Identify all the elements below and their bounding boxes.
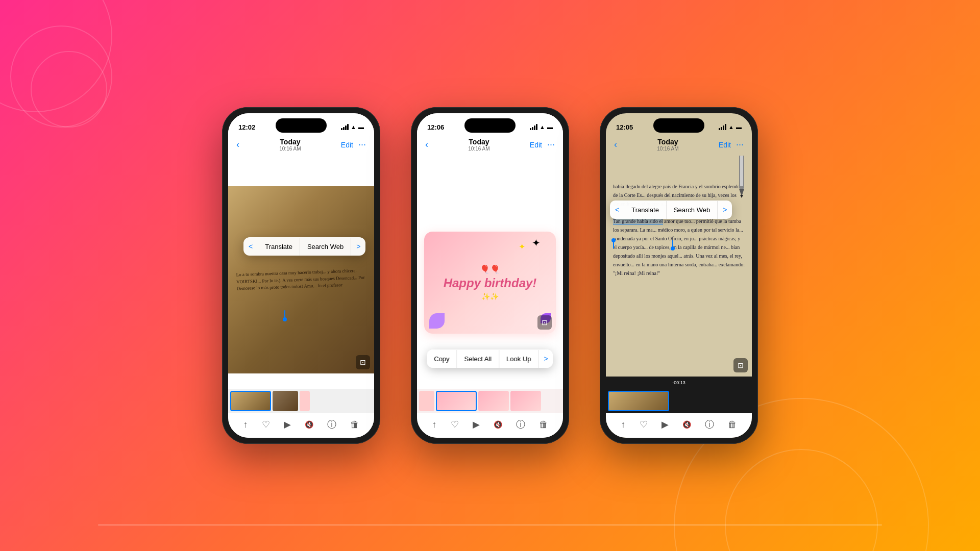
timer-text-3: -00:13 [672, 380, 685, 385]
signal-1 [341, 124, 349, 130]
back-btn-1[interactable]: ‹ [236, 139, 239, 150]
play-btn-3[interactable]: ▶ [662, 419, 669, 430]
translate-btn-1[interactable]: Translate [258, 238, 300, 256]
bar-12 [725, 124, 726, 130]
pen-decoration [729, 156, 752, 199]
content-1: Lo a tu sombra nuestra casa muy hacerlo … [228, 186, 374, 373]
cm2-arrow-right[interactable]: > [539, 349, 553, 368]
context-menu-1: < Translate Search Web > [243, 237, 365, 256]
heart-btn-2[interactable]: ♡ [451, 419, 459, 430]
thumb-4[interactable] [419, 391, 434, 411]
context-menu-3: < Translate Search Web > [610, 201, 732, 219]
copy-btn-2[interactable]: Copy [427, 350, 457, 368]
book-text-selected: Tan grande había sido el [613, 218, 663, 224]
back-btn-3[interactable]: ‹ [614, 139, 617, 150]
signal-2 [530, 124, 537, 130]
thumb-3[interactable] [300, 391, 310, 411]
thumb-2[interactable] [273, 391, 298, 411]
bar-4 [347, 124, 349, 130]
thumb-8[interactable] [608, 391, 669, 411]
back-btn-2[interactable]: ‹ [425, 139, 428, 150]
toolbar-3: ↑ ♡ ▶ 🔇 ⓘ 🗑 [606, 413, 752, 438]
heart-btn-3[interactable]: ♡ [640, 419, 648, 430]
birthday-text-area: 🎈🎈 Happy birthday! ✨✨ [444, 264, 537, 300]
translate-btn-3[interactable]: Translate [624, 201, 667, 219]
book-content-3: < Translate Search Web > había llegado d… [606, 156, 752, 377]
nav-title-2: Today [468, 138, 489, 146]
delete-btn-2[interactable]: 🗑 [539, 419, 548, 430]
bar-11 [723, 126, 724, 130]
thumb-6[interactable] [478, 391, 509, 411]
share-btn-1[interactable]: ↑ [243, 419, 248, 430]
nav-bar-2: ‹ Today 10:16 AM Edit ··· [417, 136, 563, 156]
bar-9 [719, 128, 720, 130]
cm1-arrow-right[interactable]: > [351, 237, 365, 256]
cm3-arrow-left[interactable]: < [610, 201, 624, 219]
birthday-card: ✦ ✦ 🎈🎈 Happy birthday! ✨✨ ⊡ [424, 232, 555, 334]
bar-3 [345, 126, 347, 130]
more-btn-1[interactable]: ··· [358, 139, 366, 150]
circle-2 [10, 26, 112, 128]
svg-marker-3 [740, 195, 743, 198]
bottom-line [98, 524, 882, 525]
thumb-7[interactable] [510, 391, 541, 411]
mute-btn-2[interactable]: 🔇 [494, 420, 502, 429]
play-btn-2[interactable]: ▶ [473, 419, 480, 430]
live-text-btn-3[interactable]: ⊡ [733, 358, 748, 372]
live-text-btn-1[interactable]: ⊡ [356, 355, 370, 369]
sel-start-dot [611, 238, 616, 242]
live-text-btn-2[interactable]: ⊡ [537, 315, 552, 330]
dynamic-island-1 [276, 118, 327, 133]
deco-1 [429, 313, 445, 329]
battery-3: ▬ [736, 124, 742, 130]
search-web-btn-3[interactable]: Search Web [667, 201, 718, 219]
cm1-arrow-left[interactable]: < [243, 237, 258, 256]
share-btn-2[interactable]: ↑ [432, 419, 437, 430]
bar-2 [343, 127, 345, 130]
sel-end-dot [671, 246, 675, 251]
info-btn-3[interactable]: ⓘ [705, 418, 714, 431]
balloons: 🎈🎈 [444, 264, 537, 274]
select-all-btn-2[interactable]: Select All [457, 350, 499, 368]
mute-btn-3[interactable]: 🔇 [682, 420, 691, 429]
info-btn-1[interactable]: ⓘ [327, 418, 336, 431]
sel-end-handle [672, 240, 673, 248]
thumbnail-strip-2 [417, 389, 563, 413]
nav-subtitle-1: 10:16 AM [279, 146, 301, 152]
delete-btn-3[interactable]: 🗑 [728, 419, 737, 430]
svg-rect-1 [740, 156, 743, 186]
sparkles: ✨✨ [444, 292, 537, 300]
signal-3 [719, 124, 726, 130]
nav-subtitle-3: 10:16 AM [657, 146, 678, 152]
nav-center-2: Today 10:16 AM [468, 138, 489, 152]
circle-5 [725, 449, 878, 551]
phone-3-screen: 12:05 ▲ ▬ ‹ Today 10:16 AM [606, 113, 752, 438]
status-icons-1: ▲ ▬ [341, 124, 364, 130]
edit-btn-2[interactable]: Edit [530, 141, 542, 149]
nav-center-1: Today 10:16 AM [279, 138, 301, 152]
share-btn-3[interactable]: ↑ [621, 419, 626, 430]
edit-btn-1[interactable]: Edit [341, 141, 353, 149]
more-btn-2[interactable]: ··· [547, 139, 555, 150]
thumb-1[interactable] [230, 391, 271, 411]
live-text-icon-3: ⊡ [738, 361, 744, 369]
live-text-icon-2: ⊡ [542, 318, 548, 327]
look-up-btn-2[interactable]: Look Up [499, 350, 538, 368]
info-btn-2[interactable]: ⓘ [516, 418, 525, 431]
edit-btn-3[interactable]: Edit [719, 141, 731, 149]
text-cursor-1 [284, 310, 285, 318]
book-image-1: Lo a tu sombra nuestra casa muy hacerlo … [228, 186, 374, 373]
cm3-arrow-right[interactable]: > [718, 201, 732, 219]
play-btn-1[interactable]: ▶ [284, 419, 291, 430]
search-web-btn-1[interactable]: Search Web [300, 238, 351, 256]
book-text-1: Lo a tu sombra nuestra casa muy hacerlo … [228, 259, 374, 300]
mute-btn-1[interactable]: 🔇 [305, 420, 313, 429]
more-btn-3[interactable]: ··· [736, 139, 744, 150]
nav-bar-3: ‹ Today 10:16 AM Edit ··· [606, 136, 752, 156]
nav-title-1: Today [279, 138, 301, 146]
heart-btn-1[interactable]: ♡ [262, 419, 270, 430]
circle-1 [0, 0, 112, 112]
delete-btn-1[interactable]: 🗑 [350, 419, 359, 430]
phone-1-screen: 12:02 ▲ ▬ ‹ Today 10:16 AM [228, 113, 374, 438]
thumb-5[interactable] [436, 391, 477, 411]
